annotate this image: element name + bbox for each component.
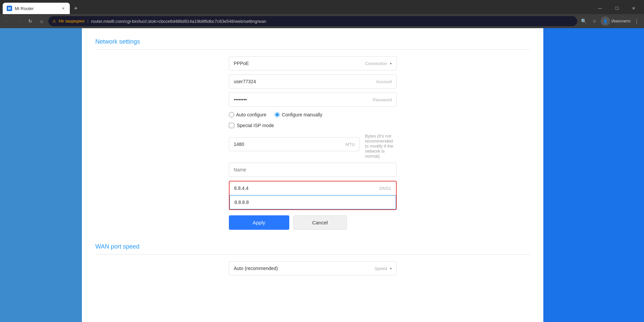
button-row: Apply Cancel (229, 215, 397, 230)
tab-title: Mi Router (15, 6, 58, 11)
forward-button[interactable]: → (14, 16, 23, 26)
manual-configure-option[interactable]: Configure manually (275, 112, 323, 117)
auto-configure-label: Auto configure (236, 112, 266, 117)
configure-radio-group: Auto configure Configure manually (229, 111, 397, 119)
bookmark-icon[interactable]: ☆ (590, 16, 599, 26)
browser-chrome: Mi Router ✕ + — ☐ ✕ ← → ↻ ⌂ ⚠ Не защищен… (0, 0, 644, 28)
password-input[interactable] (229, 93, 397, 107)
dns2-input[interactable] (230, 195, 396, 209)
dns-container: DNS1 (229, 181, 397, 210)
window-controls: — ☐ ✕ (592, 3, 641, 13)
mtu-field: MTU (229, 137, 360, 151)
url-text: router.miwifi.com/cgi-bin/luci/;stok=cbc… (91, 19, 573, 24)
network-settings-form: PPPoE Connection ▾ Account Password (229, 56, 397, 230)
main-content: Network settings PPPoE Connection ▾ Acco… (82, 28, 543, 322)
speed-dropdown[interactable]: Auto (recommended) Speed ▾ (229, 261, 397, 275)
network-settings-title: Network settings (95, 38, 530, 50)
connection-right: Connection ▾ (365, 61, 392, 66)
manual-configure-label: Configure manually (282, 112, 323, 117)
name-field (229, 163, 397, 177)
not-secure-text: Не защищено (59, 19, 85, 23)
back-button[interactable]: ← (3, 16, 12, 26)
home-button[interactable]: ⌂ (37, 16, 46, 26)
active-tab[interactable]: Mi Router ✕ (3, 3, 70, 14)
profile-button[interactable]: 👤 (601, 16, 610, 26)
special-isp-checkbox[interactable] (229, 123, 234, 128)
special-isp-group: Special ISP mode (229, 123, 397, 128)
auto-configure-radio[interactable] (229, 112, 234, 117)
address-bar[interactable]: ⚠ Не защищено | router.miwifi.com/cgi-bi… (48, 16, 577, 26)
manual-configure-radio[interactable] (275, 112, 280, 117)
account-input[interactable] (229, 74, 397, 89)
auto-configure-option[interactable]: Auto configure (229, 112, 266, 117)
special-isp-label: Special ISP mode (237, 123, 274, 128)
tab-close-button[interactable]: ✕ (60, 6, 66, 11)
dns1-input[interactable] (230, 181, 396, 195)
sidebar (0, 28, 82, 322)
connection-label: Connection (365, 61, 387, 66)
speed-value: Auto (recommended) (234, 266, 278, 271)
tab-favicon (7, 6, 12, 11)
mtu-row: MTU Bytes (It's not recommended to modif… (229, 133, 397, 159)
account-field: Account (229, 74, 397, 89)
mtu-input[interactable] (229, 137, 360, 151)
apply-button[interactable]: Apply (229, 215, 289, 230)
wan-port-speed-title: WAN port speed (95, 243, 530, 255)
connection-value: PPPoE (234, 61, 249, 66)
mtu-hint: Bytes (It's not recommended to modify if… (365, 133, 397, 159)
wan-speed-form: Auto (recommended) Speed ▾ (229, 261, 397, 275)
search-icon[interactable]: 🔍 (579, 16, 589, 26)
dns1-field: DNS1 (230, 181, 396, 195)
right-panel (543, 28, 644, 322)
password-field: Password (229, 93, 397, 107)
cancel-button[interactable]: Cancel (293, 215, 347, 230)
dns2-field (230, 195, 396, 209)
name-input[interactable] (229, 163, 397, 177)
new-tab-button[interactable]: + (71, 4, 81, 13)
dns1-label: DNS1 (380, 186, 391, 191)
address-bar-icons: 🔍 ☆ 👤 Инкогнито ⋮ (579, 16, 641, 26)
speed-chevron-icon: ▾ (390, 267, 392, 270)
reload-button[interactable]: ↻ (26, 16, 35, 26)
tab-bar: Mi Router ✕ + — ☐ ✕ (0, 0, 644, 14)
url-divider: | (87, 19, 88, 23)
minimize-button[interactable]: — (592, 3, 608, 13)
speed-label: Speed (375, 266, 387, 271)
chevron-down-icon: ▾ (390, 62, 392, 65)
browser-menu-button[interactable]: ⋮ (632, 16, 641, 26)
incognito-label: Инкогнито (611, 19, 631, 23)
lock-icon: ⚠ (52, 19, 56, 23)
speed-right: Speed ▾ (375, 266, 392, 271)
close-button[interactable]: ✕ (626, 3, 641, 13)
address-bar-row: ← → ↻ ⌂ ⚠ Не защищено | router.miwifi.co… (0, 14, 644, 28)
page-layout: Network settings PPPoE Connection ▾ Acco… (0, 28, 644, 322)
connection-dropdown[interactable]: PPPoE Connection ▾ (229, 56, 397, 70)
maximize-button[interactable]: ☐ (609, 3, 625, 13)
